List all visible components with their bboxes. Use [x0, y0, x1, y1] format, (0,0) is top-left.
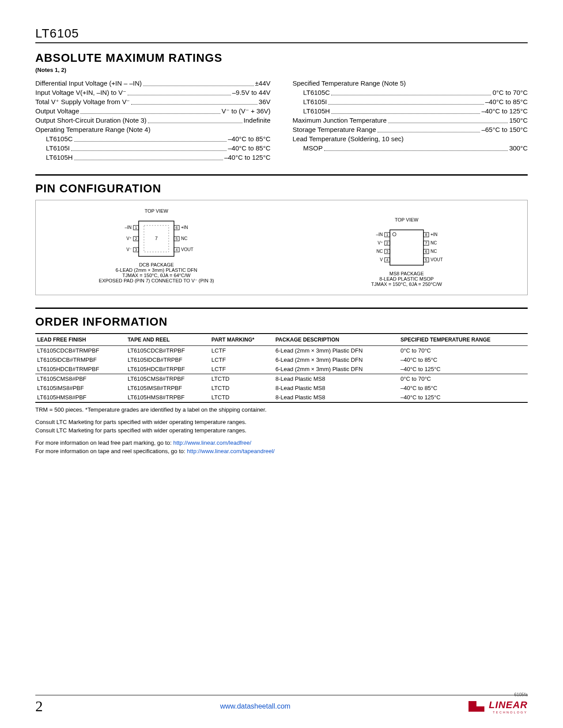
- svg-text:5: 5: [176, 236, 178, 241]
- rating-row: Total V⁺ Supply Voltage from V⁻36V: [35, 97, 271, 106]
- svg-text:8: 8: [425, 233, 427, 237]
- msop-package: TOP VIEW 1–IN2V⁺3NC4V 8+IN7NC6NC5VOUT MS…: [291, 208, 523, 287]
- leadfree-link[interactable]: http://www.linear.com/leadfree/: [173, 439, 251, 446]
- pin-config-box: TOP VIEW 7 1–IN2V⁺3V⁻ 6+IN5NC4VOUT DCB P…: [35, 200, 528, 295]
- part-number: LT6105: [35, 26, 528, 43]
- table-row: LT6105IDCB#TRMPBFLT6105IDCB#TRPBFLCTF6-L…: [35, 355, 528, 364]
- svg-text:3: 3: [386, 249, 388, 254]
- rating-row: LT6105I–40°C to 85°C: [35, 143, 271, 153]
- svg-text:V⁻: V⁻: [127, 247, 132, 252]
- order-table: LEAD FREE FINISHTAPE AND REELPART MARKIN…: [35, 333, 528, 403]
- svg-text:V⁺: V⁺: [127, 236, 132, 241]
- ratings-notes: (Notes 1, 2): [35, 67, 528, 73]
- svg-text:–IN: –IN: [125, 225, 132, 230]
- svg-text:VOUT: VOUT: [431, 257, 443, 262]
- rating-row: Input Voltage V(+IN, –IN) to V⁻–9.5V to …: [35, 88, 271, 97]
- order-notes: TRM = 500 pieces. *Temperature grades ar…: [35, 405, 528, 456]
- rating-row: Differential Input Voltage (+IN – –IN)±4…: [35, 79, 271, 88]
- ratings-title: ABSOLUTE MAXIMUM RATINGS: [35, 51, 528, 65]
- page-number: 2: [35, 698, 43, 715]
- col-header: LEAD FREE FINISH: [35, 334, 126, 346]
- col-header: TAPE AND REEL: [126, 334, 210, 346]
- svg-text:6: 6: [176, 225, 178, 230]
- svg-text:V: V: [380, 257, 383, 262]
- rating-row: Output Short-Circuit Duration (Note 3)In…: [35, 116, 271, 125]
- table-row: LT6105HDCB#TRMPBFLT6105HDCB#TRPBFLCTF6-L…: [35, 364, 528, 374]
- svg-text:3: 3: [135, 248, 137, 252]
- rating-row: MSOP300°C: [293, 143, 528, 153]
- svg-text:4: 4: [176, 248, 178, 252]
- svg-text:7: 7: [425, 241, 427, 245]
- svg-text:2: 2: [135, 236, 137, 241]
- col-header: PART MARKING*: [210, 334, 274, 346]
- svg-text:5: 5: [425, 258, 427, 262]
- rating-row: Storage Temperature Range–65°C to 150°C: [293, 125, 528, 134]
- svg-text:+IN: +IN: [181, 225, 188, 230]
- rating-row: LT6105H–40°C to 125°C: [293, 106, 528, 116]
- rating-row: Maximum Junction Temperature150°C: [293, 116, 528, 125]
- svg-text:NC: NC: [181, 236, 187, 241]
- table-row: LT6105IMS8#PBFLT6105IMS8#TRPBFLTCTD8-Lea…: [35, 383, 528, 393]
- table-row: LT6105HMS8#PBFLT6105HMS8#TRPBFLTCTD8-Lea…: [35, 393, 528, 402]
- table-row: LT6105CDCB#TRMPBFLT6105CDCB#TRPBFLCTF6-L…: [35, 346, 528, 356]
- svg-text:7: 7: [155, 236, 158, 241]
- svg-text:6: 6: [425, 249, 427, 254]
- rating-row: LT6105C0°C to 70°C: [293, 88, 528, 97]
- svg-text:+IN: +IN: [431, 232, 438, 237]
- svg-text:NC: NC: [431, 240, 437, 245]
- svg-text:4: 4: [386, 258, 388, 262]
- tapereel-link[interactable]: http://www.linear.com/tapeandreel/: [187, 448, 275, 454]
- svg-text:V⁺: V⁺: [378, 240, 383, 245]
- col-header: PACKAGE DESCRIPTION: [274, 334, 399, 346]
- rating-row: LT6105C–40°C to 85°C: [35, 134, 271, 143]
- rating-row: Specified Temperature Range (Note 5): [293, 79, 528, 88]
- dfn-package: TOP VIEW 7 1–IN2V⁺3V⁻ 6+IN5NC4VOUT DCB P…: [40, 208, 273, 287]
- svg-text:1: 1: [386, 233, 388, 237]
- rating-row: Output VoltageV⁻ to (V⁻ + 36V): [35, 106, 271, 116]
- svg-text:NC: NC: [376, 249, 382, 254]
- svg-text:–IN: –IN: [376, 232, 383, 237]
- site-url[interactable]: www.datasheetall.com: [220, 702, 290, 710]
- rating-row: Operating Temperature Range (Note 4): [35, 125, 271, 134]
- table-row: LT6105CMS8#PBFLT6105CMS8#TRPBFLTCTD8-Lea…: [35, 374, 528, 384]
- pinconfig-title: PIN CONFIGURATION: [35, 182, 528, 195]
- rating-row: LT6105H–40°C to 125°C: [35, 153, 271, 162]
- svg-text:1: 1: [135, 225, 137, 230]
- footer: 2 www.datasheetall.com LINEAR TECHNOLOGY: [0, 695, 563, 715]
- svg-text:VOUT: VOUT: [181, 247, 193, 252]
- rating-row: Lead Temperature (Soldering, 10 sec): [293, 134, 528, 143]
- order-title: ORDER INFORMATION: [35, 315, 528, 329]
- rating-row: LT6105I–40°C to 85°C: [293, 97, 528, 106]
- svg-point-22: [393, 233, 396, 236]
- linear-logo: LINEAR TECHNOLOGY: [468, 699, 528, 714]
- svg-rect-21: [390, 230, 423, 265]
- svg-text:2: 2: [386, 241, 388, 245]
- svg-text:NC: NC: [431, 249, 437, 254]
- col-header: SPECIFIED TEMPERATURE RANGE: [399, 334, 528, 346]
- ratings-columns: Differential Input Voltage (+IN – –IN)±4…: [35, 79, 528, 162]
